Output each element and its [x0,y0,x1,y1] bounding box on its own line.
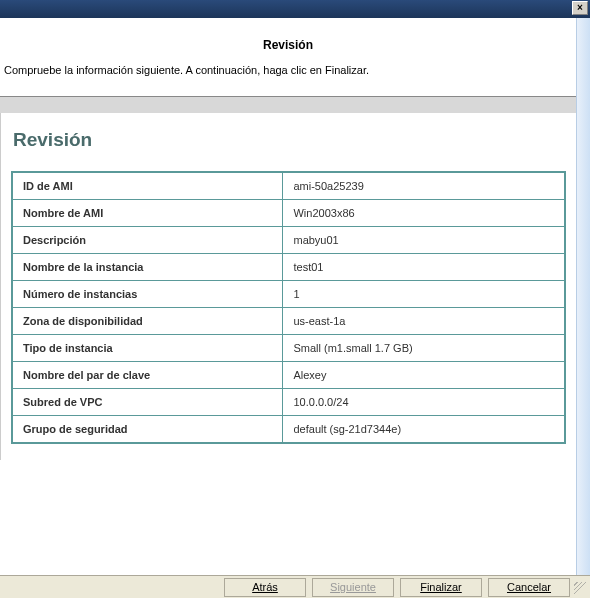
row-label: Zona de disponibilidad [12,308,283,335]
page-description: Compruebe la información siguiente. A co… [4,64,572,76]
row-label: Grupo de seguridad [12,416,283,444]
resize-grip-icon[interactable] [574,582,588,596]
row-value: default (sg-21d7344e) [283,416,565,444]
wizard-header: Revisión Compruebe la información siguie… [0,18,576,97]
row-value: mabyu01 [283,227,565,254]
close-button[interactable]: × [572,1,588,15]
table-row: ID de AMI ami-50a25239 [12,172,565,200]
row-label: Nombre de AMI [12,200,283,227]
table-row: Nombre del par de clave Alexey [12,362,565,389]
next-button: Siguiente [312,578,394,597]
back-button[interactable]: Atrás [224,578,306,597]
finish-button[interactable]: Finalizar [400,578,482,597]
row-label: Subred de VPC [12,389,283,416]
button-bar: Atrás Siguiente Finalizar Cancelar [0,575,590,598]
row-label: Número de instancias [12,281,283,308]
row-value: Alexey [283,362,565,389]
row-label: Descripción [12,227,283,254]
row-value: 1 [283,281,565,308]
row-value: us-east-1a [283,308,565,335]
table-row: Zona de disponibilidad us-east-1a [12,308,565,335]
row-label: Nombre de la instancia [12,254,283,281]
row-value: Win2003x86 [283,200,565,227]
section-title: Revisión [13,129,566,151]
row-value: 10.0.0.0/24 [283,389,565,416]
close-icon: × [577,3,583,13]
row-value: ami-50a25239 [283,172,565,200]
table-row: Tipo de instancia Small (m1.small 1.7 GB… [12,335,565,362]
table-row: Descripción mabyu01 [12,227,565,254]
row-value: Small (m1.small 1.7 GB) [283,335,565,362]
row-label: Tipo de instancia [12,335,283,362]
table-row: Nombre de la instancia test01 [12,254,565,281]
content-area: Revisión Compruebe la información siguie… [0,18,576,575]
row-label: Nombre del par de clave [12,362,283,389]
vertical-scrollbar[interactable] [576,18,590,575]
title-bar: × [0,0,590,18]
table-row: Subred de VPC 10.0.0.0/24 [12,389,565,416]
page-title: Revisión [4,38,572,52]
cancel-button[interactable]: Cancelar [488,578,570,597]
spacer [0,97,576,113]
table-row: Grupo de seguridad default (sg-21d7344e) [12,416,565,444]
review-table: ID de AMI ami-50a25239 Nombre de AMI Win… [11,171,566,444]
table-row: Nombre de AMI Win2003x86 [12,200,565,227]
row-value: test01 [283,254,565,281]
table-row: Número de instancias 1 [12,281,565,308]
main-content: Revisión ID de AMI ami-50a25239 Nombre d… [0,113,576,460]
row-label: ID de AMI [12,172,283,200]
